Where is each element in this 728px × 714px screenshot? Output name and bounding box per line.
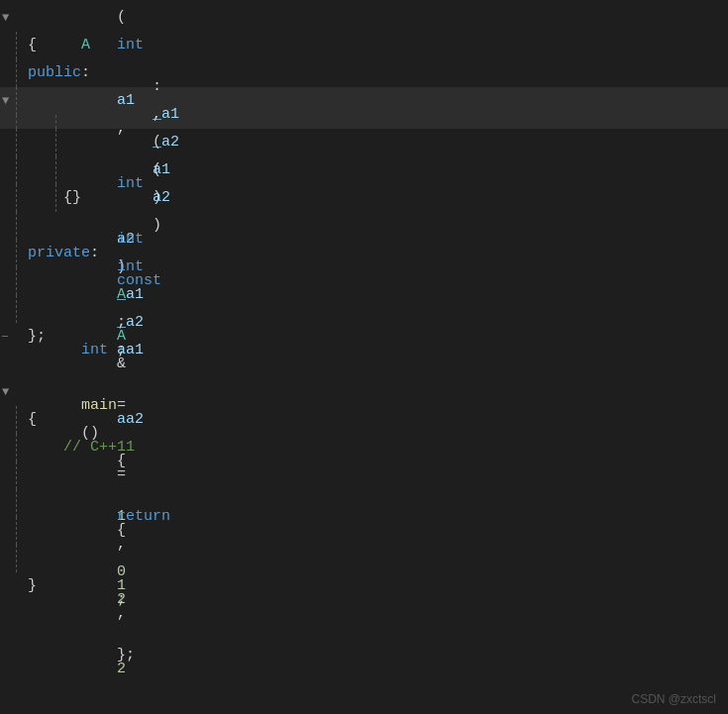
num-2-2: 2 (117, 661, 126, 677)
line-6: , _a2 ( a2 ) (0, 156, 728, 184)
fold-icon-1[interactable]: ▼ (2, 4, 9, 32)
fold-icon-4[interactable]: ▼ (2, 378, 9, 406)
fold-icon-3[interactable]: — (2, 323, 8, 351)
close-brace-main: } (28, 577, 37, 594)
var-aa2: aa2 (117, 411, 144, 428)
line-18: } (0, 572, 728, 600)
code-editor: ▼ class A { public: ▼ explicit A ( int a… (0, 0, 728, 714)
type-A-2: A (117, 328, 126, 345)
keyword-const: const (117, 272, 161, 289)
line-17: return 0 ; (0, 545, 728, 572)
fold-icon-2[interactable]: ▼ (2, 87, 9, 115)
init-a2-member: _a2 (153, 134, 179, 151)
keyword-return: return (117, 508, 170, 525)
watermark: CSDN @zxctscl (631, 692, 716, 706)
